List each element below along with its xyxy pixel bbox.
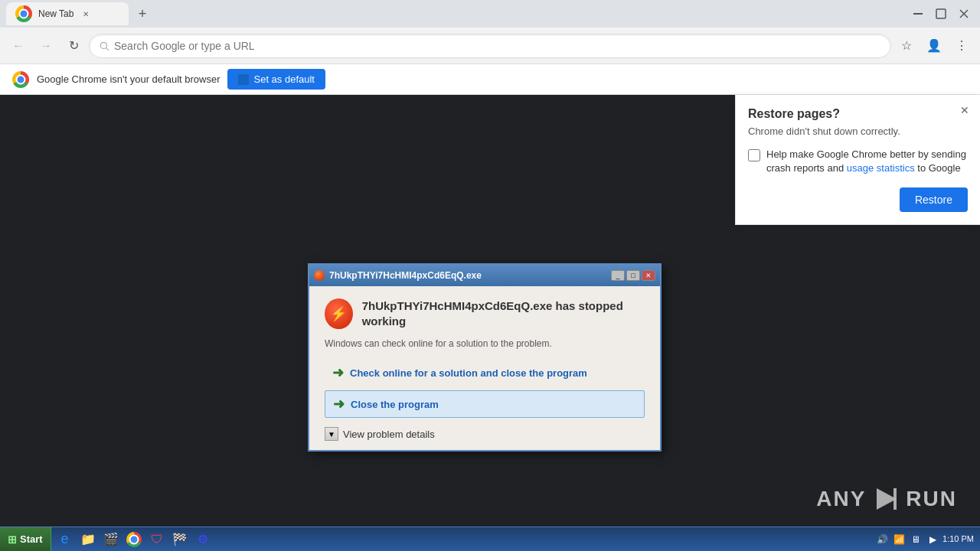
dialog-restore-button[interactable]: □ [626,270,640,281]
watermark-run: RUN [906,487,957,511]
back-button[interactable]: ← [6,34,31,58]
search-icon [99,41,109,51]
svg-rect-1 [936,9,946,18]
taskbar-flag-button[interactable]: 🏁 [169,530,191,549]
dialog-close-button[interactable]: ✕ [642,270,655,281]
system-tray: 🔊 📶 🖥 ▶ 1:10 PM [869,533,980,546]
crash-report-checkbox[interactable] [748,149,760,161]
app-icon: ⚡ [325,298,353,329]
chrome-logo [12,71,29,88]
svg-point-4 [100,42,106,48]
new-tab-button[interactable]: + [132,3,153,24]
option-check-online-label: Check online for a solution and close th… [350,367,587,379]
minimize-button[interactable] [908,4,928,24]
url-input[interactable] [114,40,881,52]
play-icon [872,485,900,513]
antivirus-icon: 🛡 [149,532,165,547]
taskbar-media-button[interactable]: 🎬 [100,530,122,549]
ie-icon: e [57,532,73,547]
dialog-header: ⚡ 7hUkpTHYi7HcHMI4pxCd6EqQ.exe has stopp… [325,298,645,329]
account-button[interactable]: 👤 [922,34,946,58]
restore-close-button[interactable]: ✕ [956,101,974,119]
taskbar-ie-button[interactable]: e [54,530,76,549]
toolbar: ← → ↻ ☆ 👤 ⋮ [0,28,980,64]
folder-icon: 📁 [80,532,96,547]
usage-statistics-link[interactable]: usage statistics [847,162,915,174]
title-bar: New Tab ✕ + [0,0,980,28]
reload-button[interactable]: ↻ [61,34,86,58]
taskbar-antivirus-button[interactable]: 🛡 [146,530,168,549]
chrome-browser: New Tab ✕ + ← → ↻ ☆ 👤 ⋮ [0,0,980,551]
forward-button[interactable]: → [34,34,58,58]
windows-taskbar: ⊞ Start e 📁 🎬 🛡 🏁 ⚙ 🔊 � [0,527,980,551]
bookmark-button[interactable]: ☆ [894,34,919,58]
svg-line-5 [106,47,109,50]
dialog-title-bar: 7hUkpTHYi7HcHMI4pxCd6EqQ.exe _ □ ✕ [309,265,660,286]
dialog-footer: ▼ View problem details [325,427,645,441]
restore-title: Restore pages? [748,107,968,121]
flag-icon: 🏁 [172,532,188,547]
windows-dialog: 7hUkpTHYi7HcHMI4pxCd6EqQ.exe _ □ ✕ ⚡ 7hU… [308,263,662,452]
info-bar: Google Chrome isn't your default browser… [0,64,980,95]
watermark-any: ANY [816,487,866,511]
dialog-description: Windows can check online for a solution … [325,338,645,349]
maximize-button[interactable] [931,4,951,24]
window-controls [908,4,974,24]
tray-arrow-icon[interactable]: ▶ [926,533,939,546]
svg-rect-0 [913,13,923,15]
tray-display-icon[interactable]: 🖥 [909,533,923,546]
dialog-body: ⚡ 7hUkpTHYi7HcHMI4pxCd6EqQ.exe has stopp… [309,286,660,450]
dialog-title-text: 7hUkpTHYi7HcHMI4pxCd6EqQ.exe [329,270,606,281]
menu-button[interactable]: ⋮ [949,34,974,58]
toolbar-actions: ☆ 👤 ⋮ [894,34,974,58]
start-button[interactable]: ⊞ Start [0,527,51,552]
dialog-minimize-button[interactable]: _ [611,270,625,281]
dialog-title-icon [314,270,325,281]
dialog-win-controls: _ □ ✕ [611,270,655,281]
media-icon: 🎬 [103,532,119,547]
expand-button[interactable]: ▼ [325,427,338,441]
tab-favicon [15,5,32,22]
crash-report-label: Help make Google Chrome better by sendin… [766,148,968,175]
taskbar-exe-button[interactable]: ⚙ [192,530,214,549]
tab-close-button[interactable]: ✕ [80,8,92,20]
close-button[interactable] [954,4,974,24]
tray-network-icon[interactable]: 🔊 [875,533,889,546]
taskbar-chrome-button[interactable] [123,530,145,549]
default-browser-message: Google Chrome isn't your default browser [37,73,220,85]
option-arrow-1: ➜ [332,364,344,381]
tab-title: New Tab [38,8,74,19]
restore-checkbox-row: Help make Google Chrome better by sendin… [748,148,968,175]
browser-tab[interactable]: New Tab ✕ [6,2,129,25]
chrome-taskbar-icon [126,532,142,547]
option-arrow-2: ➜ [333,396,345,412]
option-close-program-label: Close the program [351,399,439,410]
anyrun-watermark: ANY RUN [816,485,957,513]
dialog-heading: 7hUkpTHYi7HcHMI4pxCd6EqQ.exe has stopped… [362,298,645,328]
system-time: 1:10 PM [942,533,974,544]
taskbar-items: e 📁 🎬 🛡 🏁 ⚙ [51,530,869,549]
exe-taskbar-icon: ⚙ [195,532,211,547]
taskbar-folder-button[interactable]: 📁 [77,530,99,549]
dialog-option-close-program[interactable]: ➜ Close the program [325,390,645,418]
dialog-options: ➜ Check online for a solution and close … [325,360,645,418]
browser-content: 7hUkpTHYi7HcHMI4pxCd6EqQ.exe _ □ ✕ ⚡ 7hU… [0,95,980,551]
set-default-button[interactable]: Set as default [227,69,325,90]
tray-volume-icon[interactable]: 📶 [892,533,906,546]
address-bar[interactable] [89,34,891,58]
view-problem-details-link[interactable]: View problem details [343,429,435,440]
restore-popup: ✕ Restore pages? Chrome didn't shut down… [735,95,980,225]
restore-button[interactable]: Restore [900,187,968,212]
dialog-option-check-online[interactable]: ➜ Check online for a solution and close … [325,360,645,386]
restore-description: Chrome didn't shut down correctly. [748,126,968,137]
